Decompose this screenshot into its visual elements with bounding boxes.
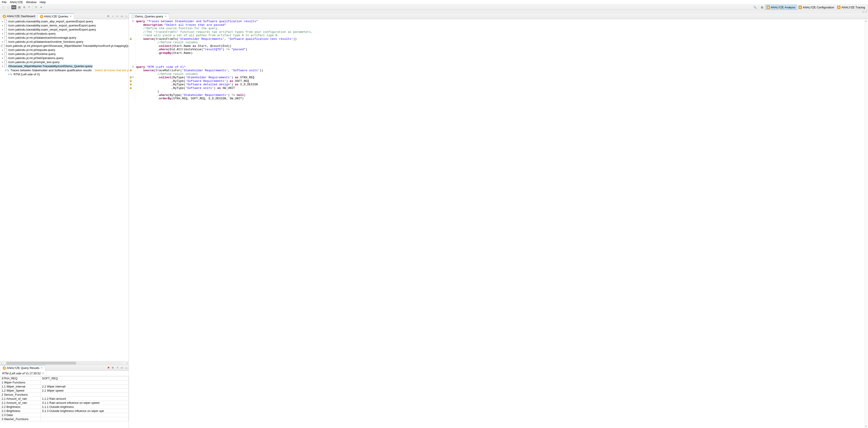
close-icon[interactable]: ✕: [164, 15, 167, 18]
scroll-left-icon[interactable]: ‹: [0, 361, 3, 365]
chevron-right-icon[interactable]: ▸: [1, 32, 4, 35]
copy-icon[interactable]: ⧉: [111, 366, 115, 370]
maximize-icon[interactable]: □: [125, 366, 128, 370]
tree-item[interactable]: ▸/com.yakindu.traceability.xsam_abp_expo…: [0, 19, 129, 23]
table-row[interactable]: 1.2 Wiper_Speed2.1 Wiper speed: [0, 389, 129, 393]
chevron-right-icon[interactable]: ▸: [1, 36, 4, 39]
tree-item[interactable]: ▸/com.yakindu.yt.mt.yt/dataextract/mt/co…: [0, 35, 129, 39]
menu-file[interactable]: File: [2, 0, 6, 4]
chevron-right-icon[interactable]: ▸: [1, 61, 4, 63]
table-row[interactable]: 2.3 Data: [0, 413, 129, 417]
close-icon[interactable]: ✕: [42, 372, 44, 375]
column-header[interactable]: SOFT_REQ: [40, 376, 128, 380]
tree-item-label: /com.yakindu.yt.mt.yt/dataextract/mt/cov…: [8, 36, 76, 39]
maximize-icon[interactable]: □: [866, 10, 867, 13]
tree-subitem[interactable]: x?yRTM (Left side of V): [0, 72, 129, 76]
fold-icon[interactable]: ⊟: [132, 20, 134, 22]
table-cell: 2.1 Amount_of_rain: [0, 401, 41, 405]
chevron-right-icon[interactable]: ▸: [1, 57, 4, 59]
tab-editor-file[interactable]: Demo_Queries.query ✕: [129, 13, 169, 19]
grid-icon[interactable]: ▦: [17, 5, 21, 9]
lock-icon: 🔒: [129, 76, 132, 78]
scroll-right-icon[interactable]: ›: [125, 361, 129, 365]
table-row[interactable]: 2.2 Brightness1.1.1 Outside brightness: [0, 405, 129, 409]
chevron-right-icon[interactable]: ▸: [1, 20, 4, 23]
file-icon: [132, 15, 134, 18]
run-icon[interactable]: ▷: [116, 14, 119, 18]
delete-icon[interactable]: ✖: [106, 366, 110, 370]
editor-overview-ruler[interactable]: ▴ ▾: [864, 19, 868, 428]
menu-analyze[interactable]: ANALYZE: [10, 0, 23, 4]
minimize-icon[interactable]: ▭: [862, 10, 864, 13]
minimize-icon[interactable]: ▭: [120, 14, 124, 18]
table-cell: 2.1 Amount_of_rain: [0, 397, 41, 401]
chevron-right-icon[interactable]: ▸: [1, 28, 4, 31]
tree-item[interactable]: ▸/com.yakindu.yt.mt.yt/simple_test.query: [0, 60, 129, 64]
queries-tree[interactable]: ▸/com.yakindu.traceability.xsam_abp_expo…: [0, 19, 129, 361]
code-editor[interactable]: query "Traces between Stakeholder and So…: [135, 19, 864, 428]
tree-item[interactable]: ▾/Showcase_WiperWasher.Traceability/conf…: [0, 64, 129, 68]
ptc-icon[interactable]: PTC: [11, 5, 16, 9]
export-icon[interactable]: ⇪: [116, 366, 119, 370]
new-doc-icon[interactable]: ✎: [34, 5, 38, 9]
tree-item[interactable]: ▸/com.yakindu.yt.mt.yt/dataextract/runti…: [0, 39, 129, 44]
chevron-down-icon[interactable]: ▾: [1, 65, 4, 67]
menu-window[interactable]: Window: [26, 0, 36, 4]
table-cell: 2 Sensor_Functions: [0, 393, 41, 397]
tab-queries[interactable]: ANALYZE Queries✕: [38, 13, 74, 19]
add-icon[interactable]: ⧉: [106, 14, 110, 18]
close-icon[interactable]: ✕: [41, 366, 43, 369]
table-row[interactable]: 2.2 Brightness3.1.3 Outside brightness i…: [0, 409, 129, 413]
fold-icon[interactable]: ⊟: [132, 65, 134, 68]
table-row[interactable]: 3 Washer_Functions: [0, 417, 129, 421]
table-row[interactable]: 1 Wiper Functions: [0, 380, 129, 385]
tree-item[interactable]: ▸/com.yakindu.yt.mt.yt/SetOperations.que…: [0, 56, 129, 60]
fold-icon[interactable]: ⊟: [132, 76, 134, 78]
tree-item[interactable]: ▸/com.yakindu.traceability.xsam_itemis_e…: [0, 23, 129, 27]
lock-icon: 🔒: [129, 69, 132, 71]
table-cell: [40, 413, 128, 417]
editor-gutter[interactable]: ⊟🔒⊟🔒⊟🔒🔒🔒🔒: [129, 19, 135, 101]
tree-hscrollbar[interactable]: ‹ ›: [0, 361, 129, 365]
tree-item[interactable]: ▸/com.yakindu.yt.mt.yt/export-gen/Showca…: [0, 44, 129, 48]
gear-icon[interactable]: ⚙: [22, 5, 26, 9]
tree-item-label: /com.yakindu.yt.mt.yt/simple_test.query: [8, 60, 60, 64]
dropdown-icon[interactable]: ▾: [39, 5, 43, 9]
minimize-icon[interactable]: ▭: [120, 366, 124, 370]
lock-icon: 🔒: [129, 80, 132, 82]
scroll-down-icon[interactable]: ▾: [865, 425, 866, 428]
results-table-scroll[interactable]: STKH_REQSOFT_REQ1 Wiper Functions1.1 Wip…: [0, 376, 129, 428]
search-icon[interactable]: 🔍: [753, 5, 757, 9]
chevron-right-icon[interactable]: ▸: [1, 49, 4, 51]
table-row[interactable]: 2.1 Amount_of_rain3.1.1 Rain amount infl…: [0, 401, 129, 405]
table-row[interactable]: 2.1 Amount_of_rain1.1.2 Rain amount: [0, 397, 129, 401]
tree-subitem[interactable]: x?yTraces between Stakeholder and Softwa…: [0, 68, 129, 72]
tree-item-label: /com.yakindu.yt.mt.yt/Analysis.query: [8, 32, 56, 35]
tab-dashboard[interactable]: ANALYZE Dashboard: [0, 13, 38, 19]
scroll-up-icon[interactable]: ▴: [865, 20, 866, 22]
tree-item[interactable]: ▸/com.yakindu.traceability.xsam_secpd_ex…: [0, 27, 129, 31]
chevron-right-icon[interactable]: ▸: [1, 53, 4, 55]
tab-query-results[interactable]: ANALYZE Query Results ✕: [0, 365, 45, 371]
results-inner-tab[interactable]: RTM (Left side of V) 17:35:52 ✕: [0, 371, 46, 376]
open-perspective-icon[interactable]: ▦: [760, 5, 764, 9]
menu-help[interactable]: Help: [39, 0, 46, 4]
chevron-right-icon[interactable]: ▸: [1, 40, 4, 43]
toolbar-separator: [758, 5, 759, 9]
nav-fwd-icon[interactable]: ◌: [6, 5, 10, 9]
plus-icon[interactable]: ＋: [111, 14, 115, 18]
tree-item[interactable]: ▸/com.yakindu.yt.mt.yt/Runtime.query: [0, 52, 129, 56]
tree-item[interactable]: ▸/com.yakindu.yt.mt.yt/reqsuite.query: [0, 48, 129, 52]
close-icon[interactable]: ✕: [70, 15, 72, 18]
undo-icon[interactable]: ↶: [27, 5, 31, 9]
table-row[interactable]: 2 Sensor_Functions: [0, 393, 129, 397]
perspective-config[interactable]: ANALYZE Configuration: [797, 5, 836, 10]
perspective-tracing[interactable]: ANALYZE Tracing: [836, 5, 867, 10]
perspective-analysis[interactable]: ANALYZE Analysis: [765, 5, 797, 10]
nav-back-icon[interactable]: ◌: [1, 5, 5, 9]
tree-item[interactable]: ▸/com.yakindu.yt.mt.yt/Analysis.query: [0, 31, 129, 35]
table-row[interactable]: 1.1 Wiper_interval2.2 Wiper intervall: [0, 385, 129, 389]
maximize-icon[interactable]: □: [125, 14, 128, 18]
column-header[interactable]: STKH_REQ: [0, 376, 41, 380]
chevron-right-icon[interactable]: ▸: [1, 24, 4, 27]
